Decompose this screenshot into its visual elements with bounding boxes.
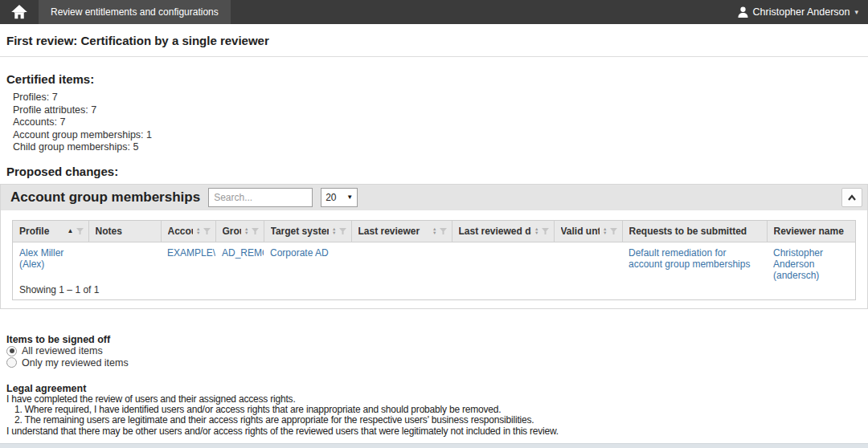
- certified-item-profile-attributes: Profile attributes: 7: [13, 104, 868, 117]
- tab-label: Review entitlements and configurations: [51, 6, 219, 18]
- top-navigation-bar: Review entitlements and configurations C…: [0, 0, 868, 24]
- radio-label: All reviewed items: [22, 345, 103, 357]
- footer-strip: [0, 443, 868, 448]
- certified-item-profiles: Profiles: 7: [13, 92, 868, 104]
- page-size-value: 20: [326, 192, 336, 203]
- panel-title: Account group memberships: [10, 189, 200, 206]
- home-button[interactable]: [0, 0, 39, 24]
- column-header-reviewer-name[interactable]: Reviewer name: [767, 221, 855, 242]
- items-to-be-signed-off-heading: Items to be signed off: [6, 334, 868, 345]
- certified-item-account-group-memberships: Account group memberships: 1: [13, 129, 868, 142]
- sort-ascending-icon[interactable]: ▲: [68, 228, 74, 234]
- filter-icon[interactable]: [339, 228, 346, 234]
- collapse-panel-button[interactable]: [841, 188, 862, 207]
- filter-icon[interactable]: [542, 228, 549, 234]
- radio-unselected-icon[interactable]: [6, 357, 17, 368]
- memberships-table: Profile ▲ Notes: [13, 221, 855, 285]
- cell-group[interactable]: AD_REMOTE: [215, 242, 264, 285]
- filter-icon[interactable]: [203, 228, 211, 234]
- page-size-select[interactable]: 20 ▼: [321, 188, 358, 207]
- radio-only-my-reviewed-items[interactable]: Only my reviewed items: [6, 357, 868, 369]
- column-header-last-reviewer[interactable]: Last reviewer ▲▼: [351, 221, 452, 242]
- table-row[interactable]: Alex Miller (Alex) EXAMPLE\Alex AD_REMOT…: [13, 242, 855, 285]
- certified-items-list: Profiles: 7 Profile attributes: 7 Accoun…: [13, 92, 868, 154]
- column-header-account[interactable]: Account ▲▼: [161, 221, 215, 242]
- table-header-row: Profile ▲ Notes: [13, 221, 855, 242]
- column-header-valid-until[interactable]: Valid until ▲▼: [554, 221, 622, 242]
- chevron-up-icon: [847, 193, 857, 202]
- user-menu[interactable]: Christopher Anderson ▾: [728, 0, 868, 24]
- cell-requests-to-be-submitted[interactable]: Default remediation for account group me…: [622, 242, 767, 285]
- cell-account[interactable]: EXAMPLE\Alex: [161, 242, 215, 285]
- radio-selected-icon[interactable]: [6, 346, 17, 356]
- column-header-profile[interactable]: Profile ▲: [13, 221, 88, 242]
- cell-notes: [88, 242, 161, 285]
- cell-target-system[interactable]: Corporate AD: [264, 242, 351, 285]
- radio-label: Only my reviewed items: [22, 357, 129, 369]
- filter-icon[interactable]: [440, 228, 447, 234]
- filter-icon[interactable]: [76, 228, 84, 234]
- column-header-target-system[interactable]: Target system ▲▼: [264, 221, 351, 242]
- proposed-changes-heading: Proposed changes:: [0, 165, 868, 178]
- sort-icon[interactable]: ▲▼: [332, 227, 336, 235]
- search-input[interactable]: [208, 188, 313, 207]
- radio-all-reviewed-items[interactable]: All reviewed items: [6, 345, 868, 357]
- legal-line: 2. The remaining users are legitimate an…: [6, 415, 868, 426]
- filter-icon[interactable]: [252, 228, 259, 234]
- certified-item-child-group-memberships: Child group memberships: 5: [13, 141, 868, 154]
- filter-icon[interactable]: [610, 228, 617, 234]
- memberships-grid: Profile ▲ Notes: [12, 220, 856, 301]
- panel-body: Profile ▲ Notes: [1, 210, 867, 309]
- items-to-be-signed-off-section: Items to be signed off All reviewed item…: [0, 334, 868, 369]
- cell-reviewer-name[interactable]: Christopher Anderson (andersch): [767, 242, 855, 285]
- sort-icon[interactable]: ▲▼: [196, 227, 200, 235]
- account-group-memberships-panel: Account group memberships 20 ▼: [0, 184, 868, 310]
- column-header-last-reviewed-date[interactable]: Last reviewed date ▲▼: [452, 221, 554, 242]
- panel-header: Account group memberships 20 ▼: [1, 184, 867, 210]
- home-icon: [11, 5, 27, 19]
- cell-profile[interactable]: Alex Miller (Alex): [13, 242, 88, 285]
- column-header-requests-to-be-submitted[interactable]: Requests to be submitted: [622, 221, 767, 242]
- chevron-down-icon: ▾: [854, 8, 858, 16]
- cell-last-reviewer: [351, 242, 452, 285]
- legal-agreement-section: Legal agreement I have completed the rev…: [0, 383, 868, 437]
- certified-item-accounts: Accounts: 7: [13, 116, 868, 129]
- certified-items-section: Certified items: Profiles: 7 Profile att…: [0, 72, 868, 154]
- chevron-down-icon: ▼: [346, 193, 353, 201]
- legal-line: I understand that there may be other use…: [6, 426, 868, 437]
- topbar-spacer: [231, 0, 728, 24]
- column-header-group[interactable]: Group ▲▼: [215, 221, 264, 242]
- column-header-notes[interactable]: Notes: [88, 221, 161, 242]
- legal-agreement-heading: Legal agreement: [6, 383, 868, 394]
- sort-icon[interactable]: ▲▼: [603, 227, 607, 235]
- sort-icon[interactable]: ▲▼: [432, 227, 436, 235]
- certified-items-heading: Certified items:: [0, 72, 868, 86]
- table-paging-status: Showing 1 – 1 of 1: [13, 284, 855, 299]
- sort-icon[interactable]: ▲▼: [244, 227, 248, 235]
- cell-last-reviewed-date: [452, 242, 554, 285]
- user-name: Christopher Anderson: [753, 6, 850, 18]
- title-bar: First review: Certification by a single …: [0, 24, 868, 57]
- page-title: First review: Certification by a single …: [6, 34, 860, 47]
- sort-icon[interactable]: ▲▼: [534, 227, 538, 235]
- user-icon: [738, 6, 748, 18]
- tab-review-entitlements[interactable]: Review entitlements and configurations: [39, 0, 231, 24]
- cell-valid-until: [554, 242, 622, 285]
